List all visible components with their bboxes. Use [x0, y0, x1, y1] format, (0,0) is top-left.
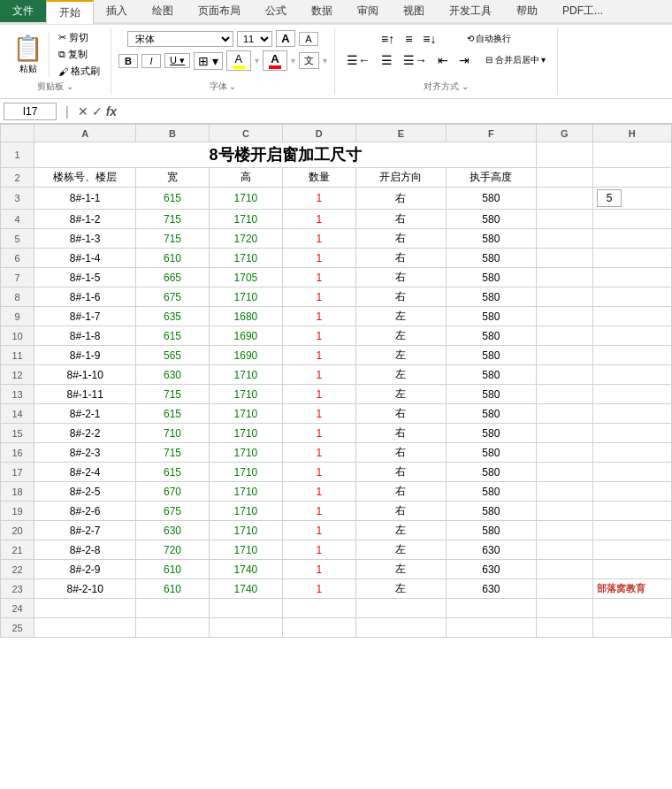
border-button[interactable]: ⊞ ▾ — [194, 52, 223, 70]
cell-h-21[interactable] — [592, 540, 671, 560]
align-center-button[interactable]: ☰ — [377, 51, 397, 69]
cell-dir-8[interactable]: 右 — [355, 287, 446, 307]
tab-home[interactable]: 开始 — [46, 0, 94, 24]
cell-width-18[interactable]: 670 — [136, 482, 210, 502]
cell-height-15[interactable]: 1710 — [209, 424, 282, 443]
cell-handle-12[interactable]: 580 — [446, 365, 536, 385]
cell-name-12[interactable]: 8#-1-10 — [34, 365, 136, 385]
cell-width-19[interactable]: 675 — [136, 502, 210, 521]
cell-dir-17[interactable]: 右 — [355, 463, 446, 482]
cell-name-15[interactable]: 8#-2-2 — [34, 424, 136, 443]
header-name[interactable]: 楼栋号、楼层 — [34, 168, 136, 188]
cell-handle-7[interactable]: 580 — [446, 268, 536, 287]
cell-handle-21[interactable]: 630 — [446, 540, 536, 560]
cell-c-24[interactable] — [209, 599, 282, 618]
phonetic-button[interactable]: 文 — [299, 52, 319, 69]
cell-handle-15[interactable]: 580 — [446, 424, 536, 443]
cell-g-16[interactable] — [536, 443, 592, 463]
cell-height-17[interactable]: 1710 — [209, 463, 282, 482]
cell-h-3[interactable]: 5 — [592, 188, 671, 210]
cell-dir-21[interactable]: 左 — [355, 540, 446, 560]
paste-button[interactable]: 📋 粘贴 — [7, 32, 50, 77]
col-header-a[interactable]: A — [34, 125, 136, 142]
cell-name-8[interactable]: 8#-1-6 — [34, 287, 136, 307]
cell-g-14[interactable] — [536, 404, 592, 424]
cell-dir-22[interactable]: 左 — [355, 560, 446, 579]
cell-h2[interactable] — [592, 168, 671, 188]
tab-file[interactable]: 文件 — [0, 0, 46, 22]
align-middle-button[interactable]: ≡ — [401, 30, 416, 48]
cell-name-22[interactable]: 8#-2-9 — [34, 560, 136, 579]
tab-page-layout[interactable]: 页面布局 — [186, 0, 253, 22]
header-handle[interactable]: 执手高度 — [446, 168, 536, 188]
cell-handle-18[interactable]: 580 — [446, 482, 536, 502]
cell-h-6[interactable] — [592, 249, 671, 268]
cell-handle-13[interactable]: 580 — [446, 385, 536, 404]
cell-height-10[interactable]: 1690 — [209, 326, 282, 346]
cell-handle-16[interactable]: 580 — [446, 443, 536, 463]
cell-dir-9[interactable]: 左 — [355, 307, 446, 326]
cell-handle-20[interactable]: 580 — [446, 521, 536, 540]
cell-g-18[interactable] — [536, 482, 592, 502]
increase-indent-button[interactable]: ⇥ — [454, 51, 474, 69]
cell-d-25[interactable] — [282, 618, 355, 638]
cell-name-7[interactable]: 8#-1-5 — [34, 268, 136, 287]
cell-dir-3[interactable]: 右 — [355, 188, 446, 210]
cell-d-24[interactable] — [282, 599, 355, 618]
tab-draw[interactable]: 绘图 — [140, 0, 186, 22]
cell-dir-12[interactable]: 左 — [355, 365, 446, 385]
header-height[interactable]: 高 — [209, 168, 282, 188]
cell-dir-19[interactable]: 右 — [355, 502, 446, 521]
cell-name-23[interactable]: 8#-2-10 — [34, 579, 136, 599]
confirm-formula-button[interactable]: ✓ — [92, 104, 103, 119]
cell-name-3[interactable]: 8#-1-1 — [34, 188, 136, 210]
cell-height-6[interactable]: 1710 — [209, 249, 282, 268]
cell-height-20[interactable]: 1710 — [209, 521, 282, 540]
tab-developer[interactable]: 开发工具 — [437, 0, 504, 22]
cell-name-13[interactable]: 8#-1-11 — [34, 385, 136, 404]
cell-h-10[interactable] — [592, 326, 671, 346]
cell-height-14[interactable]: 1710 — [209, 404, 282, 424]
cell-qty-17[interactable]: 1 — [282, 463, 355, 482]
cell-height-5[interactable]: 1720 — [209, 229, 282, 249]
cell-a-24[interactable] — [34, 599, 136, 618]
cell-handle-3[interactable]: 580 — [446, 188, 536, 210]
cell-width-3[interactable]: 615 — [136, 188, 210, 210]
cell-name-16[interactable]: 8#-2-3 — [34, 443, 136, 463]
cell-handle-9[interactable]: 580 — [446, 307, 536, 326]
cell-name-9[interactable]: 8#-1-7 — [34, 307, 136, 326]
cell-dir-20[interactable]: 左 — [355, 521, 446, 540]
tab-review[interactable]: 审阅 — [345, 0, 391, 22]
decrease-indent-button[interactable]: ⇤ — [433, 51, 453, 69]
increase-font-button[interactable]: A — [276, 30, 295, 47]
fill-color-button[interactable]: A — [226, 50, 251, 71]
cell-dir-16[interactable]: 右 — [355, 443, 446, 463]
cell-h-11[interactable] — [592, 346, 671, 365]
cell-width-17[interactable]: 615 — [136, 463, 210, 482]
cell-g-5[interactable] — [536, 229, 592, 249]
cell-qty-16[interactable]: 1 — [282, 443, 355, 463]
cell-width-23[interactable]: 610 — [136, 579, 210, 599]
cell-qty-13[interactable]: 1 — [282, 385, 355, 404]
cell-qty-15[interactable]: 1 — [282, 424, 355, 443]
cell-qty-9[interactable]: 1 — [282, 307, 355, 326]
tab-pdf[interactable]: PDF工... — [550, 0, 615, 22]
font-size-select[interactable]: 11 — [237, 31, 272, 47]
cell-qty-22[interactable]: 1 — [282, 560, 355, 579]
col-header-e[interactable]: E — [355, 125, 446, 142]
copy-button[interactable]: ⧉ 复制 — [55, 47, 103, 62]
cell-height-7[interactable]: 1705 — [209, 268, 282, 287]
cell-width-9[interactable]: 635 — [136, 307, 210, 326]
cell-qty-7[interactable]: 1 — [282, 268, 355, 287]
font-color-button[interactable]: A — [263, 50, 287, 71]
cancel-formula-button[interactable]: ✕ — [78, 104, 88, 119]
cell-name-14[interactable]: 8#-2-1 — [34, 404, 136, 424]
cell-name-6[interactable]: 8#-1-4 — [34, 249, 136, 268]
cell-height-16[interactable]: 1710 — [209, 443, 282, 463]
cell-qty-14[interactable]: 1 — [282, 404, 355, 424]
cell-g-17[interactable] — [536, 463, 592, 482]
cell-c-25[interactable] — [209, 618, 282, 638]
cell-g-22[interactable] — [536, 560, 592, 579]
cell-g-15[interactable] — [536, 424, 592, 443]
cell-handle-17[interactable]: 580 — [446, 463, 536, 482]
